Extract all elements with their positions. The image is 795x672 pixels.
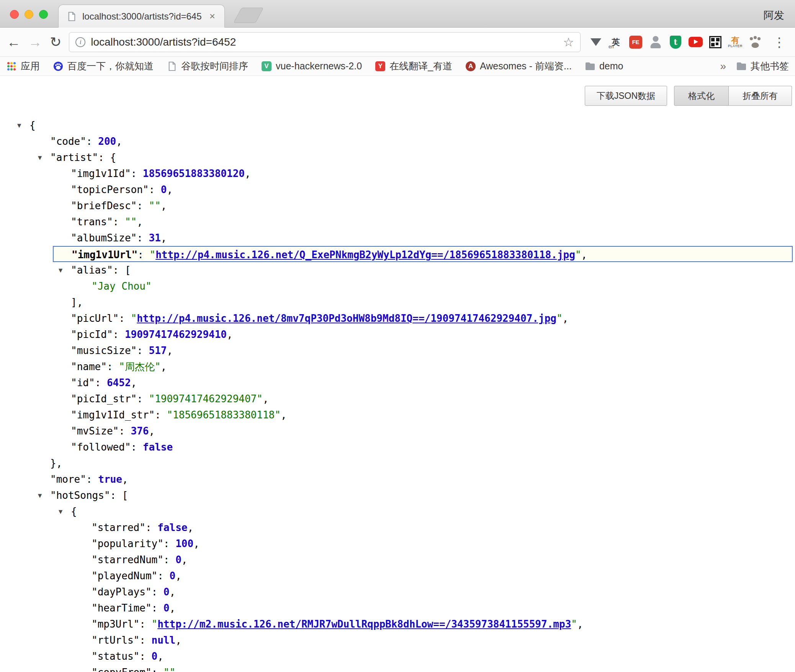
bookmark-page-icon	[167, 61, 177, 72]
address-bar[interactable]: i localhost:3000/artists?id=6452 ☆	[69, 32, 581, 52]
json-line: "more": true,	[0, 471, 795, 487]
collapse-all-button[interactable]: 折叠所有	[729, 86, 792, 106]
badge-letter: A	[466, 61, 476, 71]
browser-menu-button[interactable]: ⋮	[770, 34, 788, 50]
bookmark-item[interactable]: 谷歌按时间排序	[167, 60, 248, 72]
json-token-num: 200	[98, 136, 116, 147]
json-token-punct: ,	[161, 200, 167, 211]
collapse-toggle-icon[interactable]: ▼	[38, 149, 42, 166]
json-token-str: "19097417462929407"	[149, 393, 263, 405]
reload-button[interactable]: ↻	[50, 35, 61, 49]
json-token-bool: false	[143, 441, 173, 453]
json-line: "briefDesc": "",	[0, 198, 795, 214]
json-token-punct: :	[131, 441, 143, 453]
bookmark-label: 应用	[21, 60, 40, 72]
bookmark-item[interactable]: Y在线翻译_有道	[375, 60, 452, 72]
json-token-key: "rtUrls"	[92, 634, 139, 646]
json-token-punct: ,	[122, 474, 128, 485]
bookmark-folder-icon	[585, 61, 595, 72]
json-line: ▼"alias": [	[0, 262, 795, 278]
json-token-punct: ],	[71, 297, 83, 308]
page-info-icon[interactable]: i	[75, 37, 85, 47]
bookmark-item[interactable]: Vvue-hackernews-2.0	[261, 61, 362, 72]
forward-button[interactable]: →	[28, 35, 42, 49]
download-json-button[interactable]: 下载JSON数据	[585, 86, 667, 106]
json-token-punct: ,	[187, 522, 193, 533]
json-url-link[interactable]: http://p4.music.126.net/Q_ExePNkmgB2yWyL…	[155, 249, 575, 261]
json-url-link[interactable]: http://m2.music.126.net/RMJR7wDullRqppBk…	[157, 618, 571, 630]
collapse-toggle-icon[interactable]: ▼	[17, 117, 21, 133]
json-token-key: "hotSongs"	[50, 490, 110, 501]
new-tab-button[interactable]	[233, 8, 263, 23]
extension-shield-icon[interactable]: t	[668, 34, 683, 50]
json-token-punct: ,	[161, 232, 167, 244]
player-glyph: 有	[731, 36, 739, 44]
bookmark-star-icon[interactable]: ☆	[563, 35, 574, 49]
json-line: "popularity": 100,	[0, 536, 795, 552]
json-token-key: "artist"	[50, 152, 98, 163]
json-line: "mvSize": 376,	[0, 423, 795, 439]
json-token-punct: },	[50, 457, 62, 469]
json-line: "dayPlays": 0,	[0, 584, 795, 600]
json-line: ▼"artist": {	[0, 149, 795, 166]
extension-youtube-icon[interactable]	[688, 34, 703, 50]
other-bookmarks-folder[interactable]: 其他书签	[736, 60, 789, 72]
zoom-window-button[interactable]	[39, 10, 48, 19]
json-token-num: 376	[131, 425, 149, 437]
collapse-toggle-icon[interactable]: ▼	[59, 262, 62, 278]
format-button[interactable]: 格式化	[674, 86, 729, 106]
json-content: ▼{"code": 200,▼"artist": {"img1v1Id": 18…	[0, 117, 795, 672]
json-token-key: "starred"	[92, 522, 146, 533]
translate-glyph: en	[609, 44, 613, 49]
json-line: "playedNum": 0,	[0, 568, 795, 584]
json-token-key: "starredNum"	[92, 554, 164, 565]
json-token-str: ""	[164, 667, 175, 672]
json-token-punct: {	[29, 120, 36, 131]
extension-paw-icon[interactable]	[748, 34, 763, 50]
bookmark-item[interactable]: demo	[585, 61, 623, 72]
bookmark-item[interactable]: AAwesomes - 前端资...	[465, 60, 572, 72]
bookmark-item[interactable]: 应用	[6, 60, 40, 72]
json-token-punct: ,	[193, 538, 200, 549]
extension-v-flag-icon[interactable]	[588, 34, 604, 50]
tab-favicon-icon	[66, 11, 77, 22]
json-token-punct: :	[164, 538, 175, 549]
json-token-punct: :	[164, 554, 175, 565]
collapse-toggle-icon[interactable]: ▼	[59, 503, 62, 520]
tab-close-button[interactable]: ×	[208, 10, 217, 22]
profile-name[interactable]: 阿发	[764, 8, 784, 22]
json-token-punct: : {	[98, 152, 116, 163]
json-url-link[interactable]: http://p4.music.126.net/8mv7qP30Pd3oHW8b…	[137, 313, 556, 324]
json-token-punct: ,	[563, 313, 569, 324]
json-line: "img1v1Id_str": "18569651883380118",	[0, 407, 795, 423]
back-button[interactable]: ←	[7, 35, 21, 49]
json-token-key: "copyFrom"	[92, 667, 152, 672]
extension-fehelper-icon[interactable]: FE	[628, 34, 643, 50]
close-window-button[interactable]	[10, 10, 19, 19]
bookmarks-overflow-chevron[interactable]: »	[720, 60, 726, 72]
json-line: ▼{	[0, 117, 795, 133]
bookmark-apps-icon	[6, 61, 17, 72]
url-text[interactable]: localhost:3000/artists?id=6452	[91, 36, 236, 48]
json-line: "mp3Url": "http://m2.music.126.net/RMJR7…	[0, 616, 795, 632]
minimize-window-button[interactable]	[25, 10, 33, 19]
json-token-num: 0	[161, 184, 167, 195]
bookmark-item[interactable]: 百度一下，你就知道	[53, 60, 154, 72]
folder-icon	[736, 61, 747, 72]
extension-person-icon[interactable]	[648, 34, 663, 50]
json-line: "picId": 19097417462929410,	[0, 326, 795, 343]
bookmark-label: 百度一下，你就知道	[67, 60, 154, 72]
json-token-key: "picId"	[71, 329, 113, 340]
browser-tab[interactable]: localhost:3000/artists?id=645 ×	[58, 5, 225, 28]
json-token-punct: ,	[116, 136, 122, 147]
json-token-bool: true	[98, 474, 122, 485]
extension-player-icon[interactable]: 有PLAYER	[728, 34, 743, 50]
extension-qrcode-icon[interactable]	[708, 34, 723, 50]
json-token-punct: :	[113, 216, 125, 228]
json-token-num: 0	[164, 602, 170, 614]
json-token-num: 18569651883380120	[143, 168, 245, 179]
address-toolbar: ← → ↻ i localhost:3000/artists?id=6452 ☆…	[0, 28, 795, 57]
json-token-punct: :	[137, 249, 149, 261]
collapse-toggle-icon[interactable]: ▼	[38, 487, 42, 503]
extension-translate-icon[interactable]: 英en	[608, 34, 623, 50]
